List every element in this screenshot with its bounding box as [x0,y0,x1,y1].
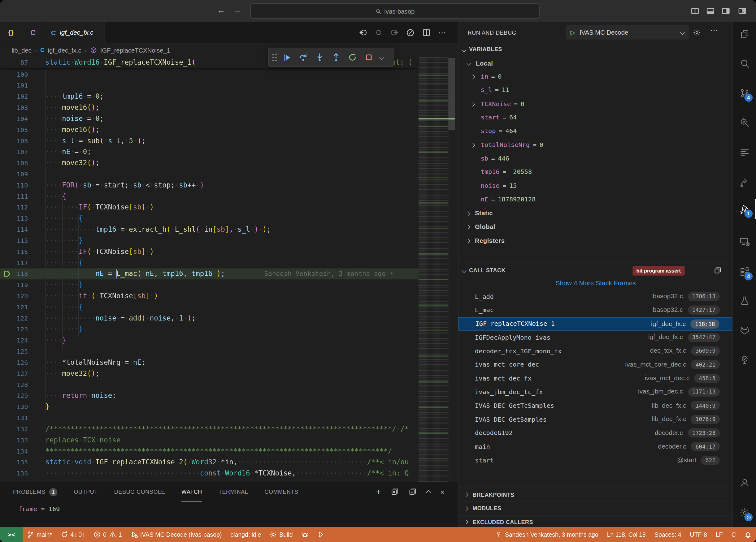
launch-config-dropdown[interactable]: ▷ IVAS MC Decode [566,25,689,40]
output-lines-icon[interactable] [739,147,750,158]
status-blame[interactable]: Sandesh Venkatesh, 3 months ago [491,527,603,542]
minimap[interactable] [419,57,449,482]
maximize-panel-icon[interactable] [427,488,430,496]
code-line[interactable]: 128 [0,379,419,390]
code-line[interactable]: 104····noise·=·0; [0,113,419,124]
call-stack-frame[interactable]: IGF_replaceTCXNoise_1118:18igf_dec_fx.c [458,317,733,330]
code-line[interactable]: 129····return·noise; [0,390,419,401]
toolbar-drag-grip[interactable] [272,54,277,61]
gitlab-icon[interactable] [739,325,750,336]
pinned-tab-json[interactable]: { } [0,22,22,43]
code-line[interactable]: 134*************************************… [0,446,419,457]
chevron-right-icon[interactable] [466,225,470,230]
variable-row[interactable]: stop=464 [458,125,733,139]
chevron-down-icon[interactable] [462,268,466,273]
restart-button[interactable] [345,50,360,65]
code-line[interactable]: 120········if·(·TCXNoise[sb]·) [0,290,419,301]
chevron-right-icon[interactable] [470,75,475,79]
more-icon[interactable]: ⋯ [710,26,718,35]
account-icon[interactable] [739,477,750,488]
code-line[interactable]: 111····{ [0,191,419,202]
gear-icon[interactable] [693,28,701,37]
status-branch[interactable]: main* [23,527,56,542]
nav-forward-icon[interactable]: → [233,6,241,15]
remote-indicator[interactable]: >< [0,527,23,542]
variables-section-header[interactable]: VARIABLES [458,43,733,57]
code-line[interactable]: 119········} [0,279,419,290]
variable-row[interactable]: in=0 [458,70,733,84]
status-build[interactable]: Build [265,527,297,542]
add-watch-icon[interactable]: + [376,487,381,497]
testing-beaker-icon[interactable] [739,295,750,306]
call-stack-frame[interactable]: decoder_tcx_IGF_mono_fx3609:9dec_tcx_fx.… [458,344,733,358]
chevron-down-icon[interactable] [462,47,466,52]
toggle-split-editor-icon[interactable] [691,7,699,15]
status-eol[interactable]: LF [711,527,727,542]
chevron-right-icon[interactable] [466,239,470,243]
status-debug-config[interactable]: IVAS MC Decode (ivas-basop) [126,527,226,542]
step-into-button[interactable] [312,50,327,65]
call-stack-frame[interactable]: L_mac1427:17basop32.c [458,303,733,317]
panel-tab-comments[interactable]: COMMENTS [264,482,298,501]
call-stack-frame[interactable]: IVAS_DEC_GetTcSamples1440:9lib_dec_fx.c [458,399,733,412]
breadcrumb-symbol[interactable]: IGF_replaceTCXNoise_1 [100,46,170,54]
variable-row[interactable]: TCXNoise=0 [458,98,733,111]
show-more-stack-frames-link[interactable]: Show 4 More Stack Frames [458,277,733,289]
breadcrumb-file[interactable]: igf_dec_fx.c [48,46,81,54]
code-line[interactable]: 133replaces·TCX·noise [0,435,419,446]
status-language[interactable]: C [727,527,740,542]
section-breakpoints[interactable]: BREAKPOINTS [458,488,733,501]
customize-layout-icon[interactable] [738,7,746,15]
code-line[interactable]: 126····*totalNoiseNrg·=·nE; [0,357,419,368]
call-stack-frame[interactable]: ivas_mct_dec_fx458:5ivas_mct_dec.c [458,371,733,385]
split-editor-icon[interactable] [422,28,430,37]
variable-row[interactable]: sb=446 [458,152,733,166]
variable-row[interactable]: noise=15 [458,180,733,193]
section-excluded-callers[interactable]: EXCLUDED CALLERS [458,515,733,529]
tab-igf-dec-fx[interactable]: C igf_dec_fx.c [44,22,104,43]
code-line[interactable]: 131 [0,412,419,423]
nav-circle-icon[interactable] [375,29,382,36]
code-line[interactable]: 122············noise·=·add(·noise,·1·); [0,313,419,324]
call-stack-frame[interactable]: ivas_jbm_dec_tc_fx1171:13ivas_jbm_dec.c [458,385,733,399]
variable-row[interactable]: start=64 [458,111,733,125]
stop-button[interactable] [362,50,376,65]
status-run[interactable] [313,527,329,542]
search-icon[interactable] [739,58,750,69]
panel-tab-problems[interactable]: PROBLEMS1 [13,482,57,501]
run-timeline-icon[interactable] [406,28,415,37]
code-line[interactable]: 124····} [0,335,419,346]
variable-row[interactable]: s_l=11 [458,84,733,98]
call-stack-section-header[interactable]: CALL STACKhit program assert [458,264,733,277]
variable-row[interactable]: totalNoiseNrg=0 [458,139,733,152]
code-line[interactable]: 101 [0,80,419,91]
breadcrumb-folder[interactable]: lib_dec [11,46,31,54]
code-line[interactable]: 114············tmp16·=·extract_h(·L_shl(… [0,224,419,235]
call-stack-frame[interactable]: IVAS_DEC_GetSamples1076:9lib_dec_fx.c [458,412,733,426]
copy-call-stack-icon[interactable] [714,267,721,274]
status-indentation[interactable]: Spaces: 4 [650,527,686,542]
watch-expression[interactable]: frame = 169 [18,505,60,513]
remote-explorer-icon[interactable] [739,236,750,247]
code-line[interactable]: 108····move32(); [0,158,419,169]
panel-tab-watch[interactable]: WATCH [181,482,202,501]
continue-button[interactable] [280,50,294,65]
chevron-right-icon[interactable] [470,102,475,106]
scope-local[interactable]: Local [458,57,733,71]
chevron-right-icon[interactable] [466,211,470,216]
copy-files-icon[interactable] [739,28,750,40]
step-over-button[interactable] [296,50,311,65]
toolbar-dropdown-icon[interactable] [379,55,384,60]
status-sync[interactable]: 4↓ 0↑ [56,527,89,542]
code-line[interactable]: 100 [0,69,419,80]
pinned-tab-c-file[interactable]: C [22,22,45,43]
call-stack-frame[interactable]: L_add1786:13basop32.c [458,289,733,303]
code-line[interactable]: 135static·void·IGF_replaceTCXNoise_2(·Wo… [0,457,419,468]
code-editor[interactable]: 87 static·Word16·IGF_replaceTCXNoise_1( … [0,57,458,482]
code-line[interactable]: 118············nE·=·L_mac(·nE,·tmp16,·tm… [0,268,419,279]
code-line[interactable]: 106····s_l·=·sub(·s_l,·5·); [0,136,419,147]
command-center-search[interactable]: ivas-basop [250,3,539,19]
panel-tab-debug-console[interactable]: DEBUG CONSOLE [114,482,165,501]
variable-row[interactable]: tmp16=-20558 [458,166,733,180]
more-actions-icon[interactable]: ⋯ [438,28,446,37]
